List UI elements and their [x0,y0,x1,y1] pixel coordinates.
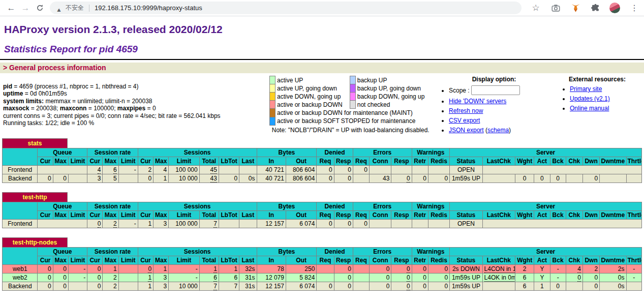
cell-b-in: 12 157 [257,220,286,228]
legend-label: active or backup DOWN for maintenance (M… [275,109,432,117]
proxy-name-test-http[interactable]: test-http [2,192,68,202]
legend-swatch [270,117,275,125]
not-secure-warning-icon[interactable]: ▲ ! [56,5,63,12]
cell-e-req: 0 [353,220,369,228]
cell-s-last: 32s [239,265,257,273]
reload-button[interactable] [33,2,47,15]
option-link[interactable]: JSON export [449,127,484,134]
option-link[interactable]: Hide 'DOWN' servers [449,98,506,105]
cell-sr-limit [118,265,138,273]
option-link[interactable]: CSV export [449,117,480,124]
row-label: Frontend [3,220,38,228]
cell-q-max: 0 [53,273,68,282]
cell-w-redis: 0 [428,282,449,291]
url-text[interactable]: 192.168.175.10:9999/haproxy-status [95,4,202,12]
legend-label: active UP, going down [275,84,350,93]
col-header-chk: Chk [566,211,582,220]
profile-avatar[interactable] [609,3,620,13]
cell-d-req: 0 [317,220,334,228]
col-header-cur: Cur [38,256,53,265]
cell-status: 1m59s UP [450,273,482,282]
cell-b-in: 40 721 [257,174,286,183]
option-link[interactable]: Primary site [570,85,602,93]
col-header-lastchk: LastChk [482,157,515,166]
col-header-thrtle: Thrtle [626,256,641,265]
proxy-name-stats[interactable]: stats [2,138,68,148]
cell-s-limit: 10 000 [169,174,199,183]
back-button[interactable]: ← [4,2,18,15]
extensions-puzzle-icon[interactable] [590,3,601,14]
table-row-web1: web100-0101-1132s78250000002s DOWNL4CON … [3,265,642,273]
bookmark-star-icon[interactable]: ☆ [530,3,541,14]
col-header-last: Last [239,157,257,166]
option-link[interactable]: Online manual [570,105,609,112]
proxy-tables-area: statsQueueSession rateSessionsBytesDenie… [0,138,644,291]
forward-button[interactable]: → [18,2,33,15]
cell-s-last: 31s [239,273,257,282]
col-header-req: Req [317,157,334,166]
cell-e-conn: 0 [370,265,391,273]
cell-q-cur [38,220,87,228]
legend-label: active DOWN, going up [275,93,350,101]
col-header-conn: Conn [370,211,391,220]
cell-d-resp: 0 [334,282,353,291]
option-link[interactable]: Refresh now [449,107,483,114]
option-link[interactable]: schema [487,127,509,134]
cell-sr-limit [118,174,138,183]
cell-sr-max: 2 [103,273,118,282]
option-link[interactable]: Updates (v2.1) [570,95,610,102]
scope-input[interactable] [471,85,520,95]
cell-s-max: 1 [154,265,169,273]
cell-e-req [353,174,369,183]
omnibox-separator [89,5,89,12]
group-header-queue: Queue [38,248,87,256]
cell-e-resp [391,220,412,228]
col-header-total: Total [199,211,219,220]
cell-s-limit: 100 000 [169,220,199,228]
section-heading-general-process-information: > General process information [0,63,644,73]
cell-dwn: 2 [582,265,599,273]
cell-s-lbtot: 7 [219,282,239,291]
proxy-name-test-http-nodes[interactable]: test-http-nodes [2,237,68,247]
cell-s-lbtot: 6 [219,273,239,282]
cell-q-cur: 0 [38,282,53,291]
cell-sr-cur: 4 [87,166,103,174]
col-header-lbtot: LbTot [219,211,239,220]
reload-icon [36,4,44,12]
legend-swatch [270,109,275,117]
group-header-queue: Queue [38,148,87,157]
cell-dwntme: 0s [600,282,626,291]
cell-thrtle [626,174,641,183]
haproxy-title-link[interactable]: HAProxy version 2.1.3, released 2020/02/… [4,23,223,35]
camera-extension-icon[interactable] [550,3,561,14]
col-header-resp: Resp [391,256,412,265]
cell-status: 1m59s UP [450,174,482,183]
menu-dots-icon[interactable]: ⋮ [629,3,640,14]
col-header-cur: Cur [87,211,103,220]
col-header-req: Req [353,211,369,220]
display-option-column: Display option: Scope : Hide 'DOWN' serv… [434,76,555,134]
cell-thrtle [626,282,641,291]
cell-e-conn [370,220,391,228]
cell-e-req [353,273,369,282]
cell-s-lbtot [219,220,239,228]
cell-act: Y [534,273,550,282]
cell-s-last [239,166,257,174]
metamask-extension-icon[interactable] [570,3,581,14]
cell-s-max: 3 [154,220,169,228]
col-header-dwn: Dwn [582,157,599,166]
group-header-warnings: Warnings [412,248,450,256]
cell-d-resp: 0 [334,273,353,282]
cell-dwn: 0 [582,273,599,282]
cell-s-total: 45 [199,166,219,174]
col-header-max: Max [154,256,169,265]
cell-e-req [353,282,369,291]
col-header-dwntme: Dwntme [600,157,626,166]
col-header-conn: Conn [370,157,391,166]
col-header-retr: Retr [412,256,428,265]
url-omnibox[interactable]: ▲ ! 不安全 192.168.175.10:9999/haproxy-stat… [50,2,522,14]
col-header-redis: Redis [428,157,449,166]
cell-d-req: 0 [317,174,334,183]
cell-s-cur: 0 [138,265,153,273]
col-header-status: Status [450,256,482,265]
